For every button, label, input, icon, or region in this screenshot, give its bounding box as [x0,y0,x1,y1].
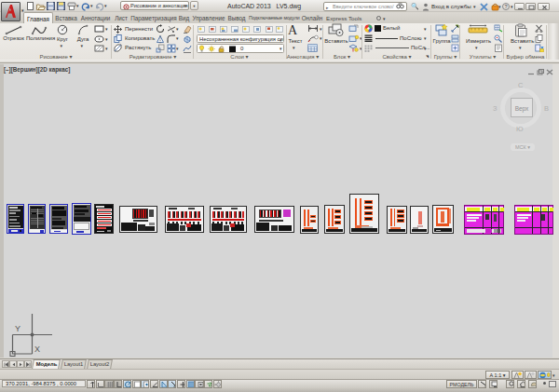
svg-text:Y: Y [15,324,20,333]
svg-text:X: X [34,345,40,354]
